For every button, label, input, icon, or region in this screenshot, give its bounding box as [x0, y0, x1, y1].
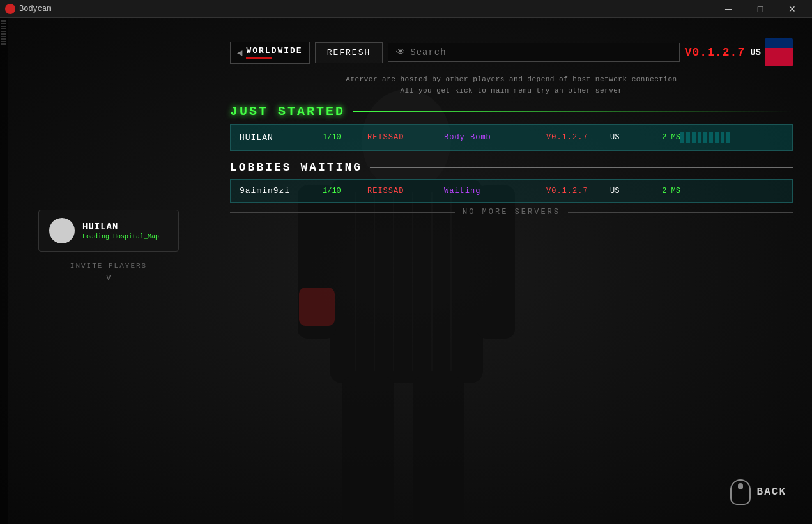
divider-right [568, 212, 793, 213]
player-count: 1/10 [323, 133, 367, 142]
server-version: V0.1.2.7 [546, 187, 610, 196]
server-region: US [610, 187, 642, 196]
just-started-header: JUST STARTED [230, 104, 793, 119]
no-more-label: NO MORE SERVERS [463, 208, 560, 217]
svg-rect-5 [413, 377, 464, 524]
invite-label: INVITE PLAYERS [70, 262, 147, 270]
table-row[interactable]: HUILAN 1/10 REISSAD Body Bomb V0.1.2.7 U… [230, 124, 793, 151]
flag-icon [765, 38, 793, 66]
avatar [49, 218, 75, 243]
mouse-icon [730, 479, 751, 505]
divider-left [230, 212, 455, 213]
ping-value: 2 MS [642, 133, 680, 142]
main-content: ◀ WORLDWIDE REFRESH 👁 V0.1.2.7 US Aterve… [230, 38, 793, 217]
section-divider-green [353, 111, 793, 112]
just-started-title: JUST STARTED [230, 104, 345, 119]
left-panel: HUILAN Loading Hospital_Map INVITE PLAYE… [0, 18, 217, 524]
game-mode: REISSAD [367, 133, 444, 142]
player-card: HUILAN Loading Hospital_Map [38, 210, 179, 252]
row-decoration [680, 131, 783, 144]
region-label: WORLDWIDE [246, 46, 302, 56]
invite-section: INVITE PLAYERS v [70, 262, 147, 282]
back-button[interactable]: BACK [730, 479, 786, 505]
app-icon [5, 4, 15, 14]
mouse-button-icon [738, 483, 743, 489]
server-version: V0.1.2.7 [546, 133, 610, 142]
region-code: US [750, 47, 761, 58]
region-flag: US [750, 38, 793, 66]
player-count: 1/10 [323, 187, 367, 196]
svg-rect-4 [342, 377, 394, 524]
svg-rect-6 [299, 288, 335, 326]
player-status: Loading Hospital_Map [82, 233, 159, 240]
info-notice: Aterver are hosted by other players and … [230, 74, 793, 96]
chevron-down-icon: v [70, 272, 147, 282]
region-button[interactable]: ◀ WORLDWIDE [230, 42, 310, 64]
maximize-button[interactable]: □ [746, 0, 775, 18]
map-name: Body Bomb [444, 133, 546, 142]
search-input[interactable] [410, 47, 671, 58]
notice-line2: All you get kick to main menu try an oth… [230, 86, 793, 97]
app-title: Bodycam [19, 4, 714, 13]
player-name: HUILAN [82, 222, 159, 232]
map-name: Waiting [444, 187, 546, 196]
section-divider-white [370, 167, 793, 168]
game-mode: REISSAD [367, 187, 444, 196]
ping-value: 2 MS [642, 187, 680, 196]
server-name: 9aimin9zi [240, 186, 323, 196]
lobbies-waiting-header: LOBBIES WAITING [230, 161, 793, 174]
close-button[interactable]: ✕ [778, 0, 807, 18]
titlebar: Bodycam ─ □ ✕ [0, 0, 812, 18]
minimize-button[interactable]: ─ [714, 0, 743, 18]
search-icon: 👁 [396, 47, 405, 58]
server-region: US [610, 133, 642, 142]
back-label: BACK [757, 486, 786, 498]
player-info: HUILAN Loading Hospital_Map [82, 222, 159, 240]
top-bar: ◀ WORLDWIDE REFRESH 👁 V0.1.2.7 US [230, 38, 793, 66]
region-bar [246, 57, 272, 59]
version-badge: V0.1.2.7 [685, 46, 745, 59]
search-box: 👁 [388, 43, 680, 62]
lobbies-waiting-title: LOBBIES WAITING [230, 161, 362, 174]
table-row[interactable]: 9aimin9zi 1/10 REISSAD Waiting V0.1.2.7 … [230, 179, 793, 203]
refresh-button[interactable]: REFRESH [315, 42, 383, 63]
no-more-servers: NO MORE SERVERS [230, 208, 793, 217]
notice-line1: Aterver are hosted by other players and … [230, 74, 793, 86]
left-arrow-icon: ◀ [237, 47, 242, 58]
window-controls: ─ □ ✕ [714, 0, 807, 18]
server-name: HUILAN [240, 133, 323, 143]
